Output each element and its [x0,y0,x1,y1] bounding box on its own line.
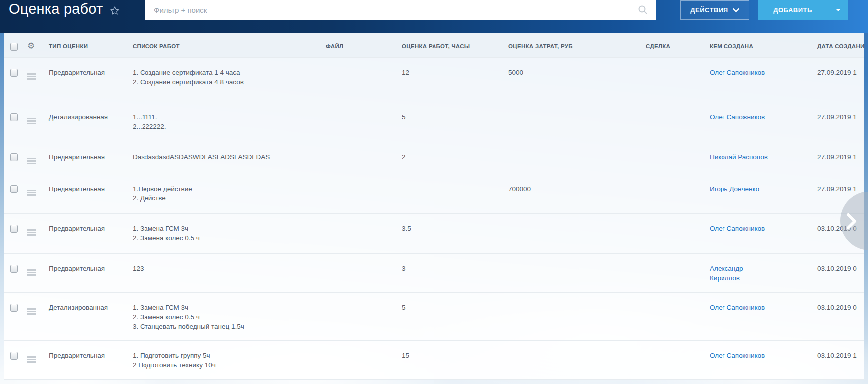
cell-hours: 3.5 [397,213,503,253]
cell-created: 03.10.2019 0 [812,292,864,340]
cell-type: Детализированная [44,102,128,142]
cell-deal [641,340,705,379]
cell-hours [397,174,503,213]
cell-cost [503,253,641,292]
chevron-down-icon [733,8,739,12]
row-menu-icon[interactable] [27,356,36,358]
cell-work-list: 1. Подготовить группу 5ч 2 Подготовить т… [128,340,321,379]
search-input[interactable] [145,0,656,20]
cell-type: Предварительная [44,340,128,379]
caret-down-icon [836,9,841,11]
cell-file [321,292,397,340]
cell-work-list: 1. Создание сертификата 1 4 часа 2. Созд… [128,57,321,102]
cell-file [321,142,397,174]
page-title: Оценка работ [9,1,103,17]
filter-search-box [145,0,656,20]
cell-hours: 12 [397,57,503,102]
top-bar: Оценка работ ДЕЙСТВИЯ ДОБАВИТЬ [0,0,868,33]
cell-hours: 5 [397,292,503,340]
row-menu-icon[interactable] [27,73,36,75]
column-header-creator[interactable]: КЕМ СОЗДАНА [705,33,812,57]
cell-cost [503,340,641,379]
cell-hours: 15 [397,340,503,379]
creator-link[interactable]: Олег Сапожников [710,304,765,311]
row-checkbox[interactable] [10,185,18,193]
cell-file [321,57,397,102]
row-checkbox[interactable] [10,352,18,360]
column-header-cost[interactable]: ОЦЕНКА ЗАТРАТ, РУБ [503,33,641,57]
cell-created: 03.10.2019 0 [812,253,864,292]
grid-settings-gear-icon[interactable]: ⚙ [27,42,35,50]
table-row: Предварительная 1. Создание сертификата … [4,57,864,102]
row-menu-icon[interactable] [27,229,36,231]
creator-link[interactable]: Николай Распопов [710,153,768,161]
cell-work-list: 1...1111. 2...222222. [128,102,321,142]
table-row: Предварительная 1. Замена ГСМ 3ч 2. Заме… [4,213,864,253]
select-all-checkbox[interactable] [10,43,18,51]
row-menu-icon[interactable] [27,308,36,310]
table-row: Предварительная DasdasdasdASDASWDFASFADS… [4,142,864,174]
column-header-created[interactable]: ДАТА СОЗДАНИЯ [812,33,864,57]
cell-deal [641,292,705,340]
cell-deal [641,57,705,102]
row-checkbox[interactable] [10,304,18,312]
row-menu-icon[interactable] [27,158,36,159]
row-menu-icon[interactable] [27,269,36,271]
actions-button-label: ДЕЙСТВИЯ [690,6,728,14]
row-checkbox[interactable] [10,113,18,121]
creator-link[interactable]: Олег Сапожников [710,225,765,232]
cell-type: Предварительная [44,57,128,102]
cell-work-list: 123 [128,253,321,292]
cell-deal [641,102,705,142]
cell-created: 27.09.2019 1 [812,57,864,102]
creator-link[interactable]: Олег Сапожников [710,69,765,76]
add-button[interactable]: ДОБАВИТЬ [758,0,848,20]
row-menu-icon[interactable] [27,190,36,191]
creator-link[interactable]: Олег Сапожников [710,113,765,121]
column-header-deal[interactable]: СДЕЛКА [641,33,705,57]
row-checkbox[interactable] [10,153,18,161]
cell-cost: 5000 [503,57,641,102]
row-checkbox[interactable] [10,225,18,233]
cell-cost [503,292,641,340]
cell-created: 27.09.2019 1 [812,142,864,174]
cell-type: Предварительная [44,174,128,213]
cell-file [321,102,397,142]
actions-button[interactable]: ДЕЙСТВИЯ [680,0,749,20]
cell-cost: 700000 [503,174,641,213]
column-header-work-list[interactable]: СПИСОК РАБОТ [128,33,321,57]
cell-cost [503,102,641,142]
column-header-file[interactable]: ФАЙЛ [321,33,397,57]
cell-created: 27.09.2019 1 [812,102,864,142]
add-button-label: ДОБАВИТЬ [758,6,828,14]
favorite-star-icon[interactable] [109,5,120,16]
cell-hours: 3 [397,253,503,292]
chevron-right-icon [846,213,857,230]
cell-file [321,213,397,253]
table-row: Детализированная 1...1111. 2...222222. 5… [4,102,864,142]
table-row: Предварительная 123 3 Александр Кириллов… [4,253,864,292]
row-menu-icon[interactable] [27,118,36,119]
row-checkbox[interactable] [10,69,18,77]
column-header-type[interactable]: ТИП ОЦЕНКИ [44,33,128,57]
creator-link[interactable]: Олег Сапожников [710,352,765,359]
add-button-dropdown[interactable] [828,9,848,11]
cell-type: Предварительная [44,213,128,253]
search-icon[interactable] [638,5,648,15]
cell-deal [641,174,705,213]
cell-type: Предварительная [44,142,128,174]
cell-cost [503,142,641,174]
cell-work-list: 1.Первое действие 2. Действе [128,174,321,213]
creator-link[interactable]: Александр Кириллов [710,265,743,282]
cell-hours: 5 [397,102,503,142]
cell-work-list: DasdasdasdASDASWDFASFADSFASDFDAS [128,142,321,174]
cell-file [321,253,397,292]
table-row: Детализированная 1. Замена ГСМ 3ч 2. Зам… [4,292,864,340]
cell-file [321,174,397,213]
column-header-hours[interactable]: ОЦЕНКА РАБОТ, ЧАСЫ [397,33,503,57]
cell-file [321,340,397,379]
cell-created: 03.10.2019 1 [812,340,864,379]
cell-type: Предварительная [44,253,128,292]
row-checkbox[interactable] [10,265,18,273]
creator-link[interactable]: Игорь Донченко [710,185,759,192]
